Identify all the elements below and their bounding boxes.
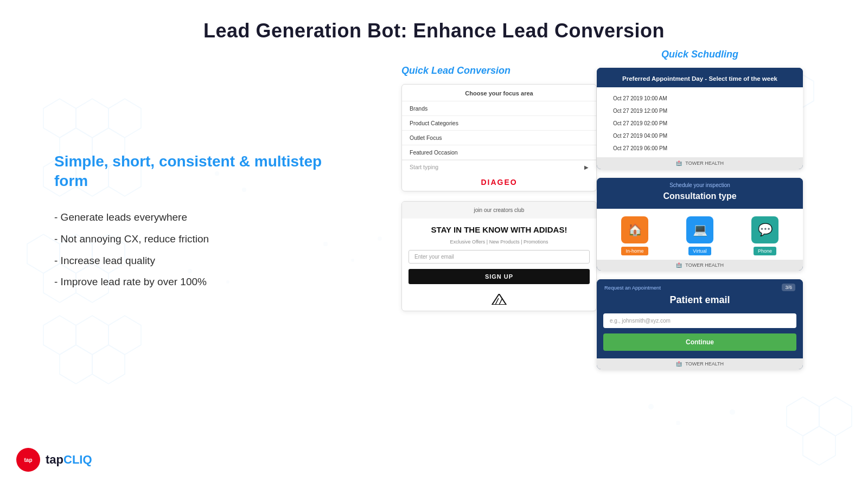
svg-marker-14 — [76, 316, 108, 355]
patient-top-label: Request an Appointment — [604, 285, 661, 291]
left-subtitle: Simple, short, consistent & multistep fo… — [54, 152, 358, 191]
left-section: Simple, short, consistent & multistep fo… — [54, 152, 358, 293]
adidas-logo-icon — [402, 291, 596, 311]
bullet-item-4: Improve lead rate by over 100% — [54, 271, 358, 293]
brand-logo-circle: tap — [16, 448, 40, 472]
svg-point-34 — [730, 409, 735, 415]
svg-marker-15 — [108, 316, 141, 355]
diageo-input-placeholder: Start typing — [410, 164, 584, 170]
slot-2[interactable]: Oct 27 2019 12:00 PM — [608, 105, 792, 117]
svg-point-31 — [378, 236, 382, 241]
adidas-card-title: STAY IN THE KNOW WITH ADIDAS! — [402, 219, 596, 237]
patient-email-input[interactable]: e.g., johnsmith@xyz.com — [603, 313, 796, 328]
consultation-card: Schedule your inspection Consultation ty… — [597, 178, 803, 271]
brand-logo-text: tapCLIQ — [46, 453, 92, 467]
adidas-card: join our creators club STAY IN THE KNOW … — [401, 201, 597, 311]
slot-4[interactable]: Oct 27 2019 04:00 PM — [608, 130, 792, 142]
middle-section: Quick Lead Conversion Choose your focus … — [401, 65, 597, 321]
diageo-card-header: Choose your focus area — [402, 85, 596, 101]
consultation-footer-logo: 🏥 TOWER HEALTH — [597, 260, 803, 271]
svg-point-32 — [648, 404, 654, 409]
consultation-title: Consultation type — [597, 189, 803, 209]
svg-marker-23 — [803, 426, 835, 465]
in-home-label: In-home — [621, 247, 648, 255]
consultation-virtual[interactable]: 💻 Virtual — [678, 216, 722, 255]
scheduling-card-header: Preferred Appointment Day - Select time … — [597, 68, 803, 87]
bullet-list: Generate leads everywhere Not annoying C… — [54, 207, 358, 293]
patient-step-indicator: 3/6 — [782, 284, 795, 291]
diageo-brand-name: DIAGEO — [402, 174, 596, 191]
diageo-item-product[interactable]: Product Categories — [402, 116, 596, 131]
diageo-input-row[interactable]: Start typing ▶ — [402, 160, 596, 174]
svg-line-37 — [499, 298, 502, 305]
phone-label: Phone — [754, 247, 776, 255]
brand-logo-highlight: CLIQ — [63, 453, 92, 466]
slot-3[interactable]: Oct 27 2019 02:00 PM — [608, 118, 792, 129]
consultation-top-label: Schedule your inspection — [597, 178, 803, 189]
svg-marker-2 — [108, 99, 141, 138]
patient-continue-button[interactable]: Continue — [603, 333, 796, 351]
diageo-item-occasion[interactable]: Featured Occasion — [402, 145, 596, 160]
virtual-icon: 💻 — [686, 216, 713, 243]
bullet-item-2: Not annoying CX, reduce friction — [54, 228, 358, 250]
phone-icon: 💬 — [751, 216, 778, 243]
adidas-email-input[interactable]: Enter your email — [409, 250, 590, 264]
diageo-item-outlet[interactable]: Outlet Focus — [402, 131, 596, 145]
diageo-arrow-icon: ▶ — [584, 164, 589, 170]
slot-1[interactable]: Oct 27 2019 10:00 AM — [608, 93, 792, 104]
consultation-phone[interactable]: 💬 Phone — [743, 216, 787, 255]
page-title: Lead Generation Bot: Enhance Lead Conver… — [0, 0, 868, 42]
slot-5[interactable]: Oct 27 2019 06:00 PM — [608, 143, 792, 154]
consultation-in-home[interactable]: 🏠 In-home — [613, 216, 656, 255]
svg-marker-0 — [43, 99, 76, 138]
bullet-item-1: Generate leads everywhere — [54, 207, 358, 228]
svg-marker-21 — [787, 397, 819, 436]
svg-marker-17 — [92, 345, 125, 384]
consultation-types-row: 🏠 In-home 💻 Virtual 💬 Phone — [597, 209, 803, 260]
diageo-card: Choose your focus area Brands Product Ca… — [401, 84, 597, 191]
patient-footer-logo: 🏥 TOWER HEALTH — [597, 358, 803, 369]
bullet-item-3: Increase lead quality — [54, 250, 358, 272]
svg-marker-22 — [819, 397, 852, 436]
adidas-card-subtitle: Exclusive Offers | New Products | Promot… — [402, 237, 596, 250]
adidas-signup-button[interactable]: SIGN UP — [409, 269, 590, 284]
brand-logo: tap tapCLIQ — [16, 448, 92, 472]
right-section-label: Quick Schudling — [597, 49, 803, 60]
svg-marker-16 — [60, 345, 92, 384]
virtual-label: Virtual — [688, 247, 711, 255]
svg-marker-13 — [43, 316, 76, 355]
scheduling-footer-logo: 🏥 TOWER HEALTH — [597, 157, 803, 169]
in-home-icon: 🏠 — [621, 216, 648, 243]
patient-email-card: Request an Appointment 3/6 Patient email… — [597, 279, 803, 369]
right-section: Quick Schudling Preferred Appointment Da… — [597, 49, 803, 369]
diageo-item-brands[interactable]: Brands — [402, 101, 596, 116]
adidas-card-header: join our creators club — [402, 202, 596, 219]
svg-marker-1 — [76, 99, 108, 138]
middle-section-label: Quick Lead Conversion — [401, 65, 597, 76]
scheduling-card: Preferred Appointment Day - Select time … — [597, 68, 803, 169]
patient-card-title: Patient email — [597, 292, 803, 313]
patient-card-top: Request an Appointment 3/6 — [597, 279, 803, 292]
svg-point-33 — [676, 421, 680, 425]
svg-marker-35 — [492, 294, 506, 305]
